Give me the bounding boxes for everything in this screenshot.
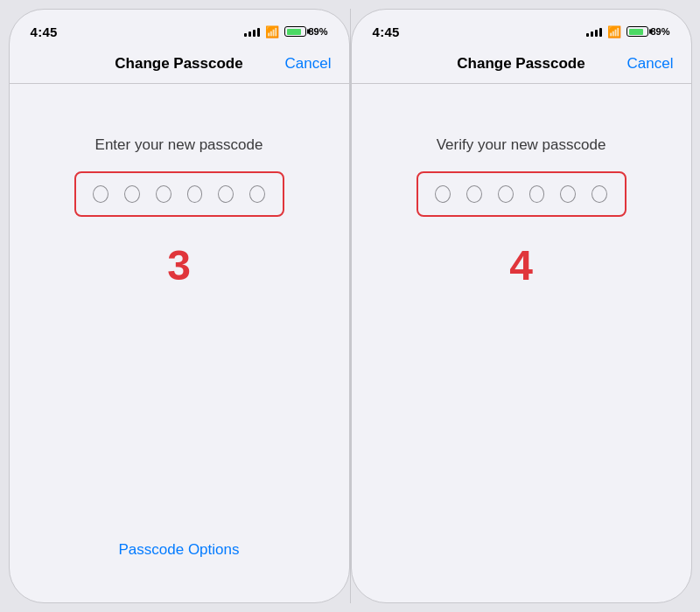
cancel-button-1[interactable]: Cancel [285,55,332,73]
nav-bar-1: Change Passcode Cancel [10,48,349,84]
passcode-dot [592,185,607,203]
prompt-text-2: Verify your new passcode [437,136,606,154]
battery-text-2: 89% [650,26,669,37]
wifi-icon-2: 📶 [607,25,621,38]
status-time-2: 4:45 [373,24,400,39]
passcode-dot [498,185,514,203]
status-time-1: 4:45 [31,24,58,39]
battery-text-1: 89% [308,26,327,37]
signal-icon [244,26,260,37]
passcode-dots-1[interactable] [74,171,284,217]
screen-content-verify: Verify your new passcode 4 [352,84,691,602]
passcode-dot [187,185,203,203]
passcode-dots-2[interactable] [416,171,626,217]
passcode-dot [93,185,108,203]
status-bar-2: 4:45 📶 89% [352,10,691,48]
passcode-dot [249,185,265,203]
passcode-dot [529,185,545,203]
battery-icon-2: 89% [626,26,669,37]
passcode-options-button[interactable]: Passcode Options [119,541,240,559]
step-number-1: 3 [167,241,191,289]
step-number-2: 4 [509,241,533,289]
prompt-text-1: Enter your new passcode [95,136,263,154]
nav-title-1: Change Passcode [115,55,242,73]
screen-content-enter: Enter your new passcode 3 Passcode Optio… [10,84,349,602]
nav-title-2: Change Passcode [457,55,584,73]
status-bar-1: 4:45 📶 89% [10,10,349,48]
signal-icon-2 [586,26,602,37]
passcode-dot [435,185,451,203]
passcode-dot [466,185,482,203]
cancel-button-2[interactable]: Cancel [627,55,674,73]
status-icons-2: 📶 89% [586,25,669,38]
battery-icon: 89% [284,26,327,37]
phone-screen-enter: 4:45 📶 89% Change Passcode Cancel Enter … [9,9,350,603]
passcode-dot [156,185,172,203]
passcode-dot [124,185,140,203]
status-icons-1: 📶 89% [244,25,327,38]
passcode-dot [218,185,234,203]
phone-screen-verify: 4:45 📶 89% Change Passcode Cancel Verify… [351,9,692,603]
passcode-dot [560,185,576,203]
nav-bar-2: Change Passcode Cancel [352,48,691,84]
wifi-icon: 📶 [265,25,279,38]
